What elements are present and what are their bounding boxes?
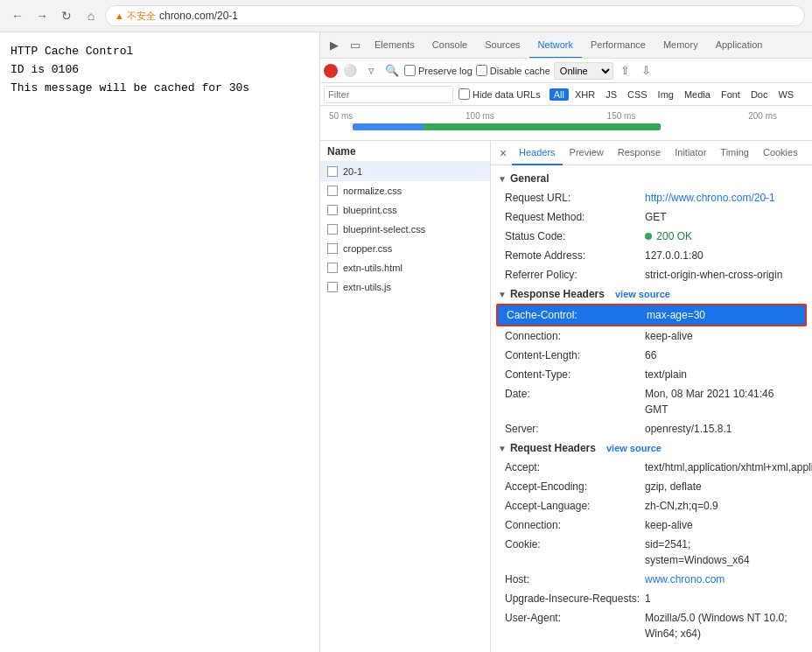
general-section-header[interactable]: ▼ General (491, 169, 812, 188)
server-row: Server: openresty/1.15.8.1 (491, 419, 812, 438)
status-dot-icon (645, 233, 652, 240)
req-connection-value: keep-alive (645, 517, 693, 533)
user-agent-value: Mozilla/5.0 (Windows NT 10.0; Win64; x64… (645, 610, 798, 641)
tab-cookies[interactable]: Cookies (756, 141, 805, 165)
response-view-source-link[interactable]: view source (615, 289, 670, 299)
tab-preview[interactable]: Preview (563, 141, 611, 165)
preserve-log-checkbox[interactable] (404, 65, 416, 76)
filter-bar: Hide data URLs All XHR JS CSS Img Media … (320, 83, 812, 106)
file-item-extn-js[interactable]: extn-utils.js (320, 277, 490, 297)
record-button[interactable] (324, 64, 338, 78)
tab-memory[interactable]: Memory (654, 32, 707, 59)
file-checkbox (327, 224, 338, 235)
accept-language-row: Accept-Language: zh-CN,zh;q=0.9 (491, 496, 812, 515)
page-line3: This message will be cached for 30s (10, 80, 309, 98)
filter-input[interactable] (324, 86, 453, 103)
tab-application[interactable]: Application (707, 32, 772, 59)
home-button[interactable]: ⌂ (80, 5, 102, 26)
general-arrow-icon: ▼ (498, 174, 507, 184)
content-type-row: Content-Type: text/plain (491, 365, 812, 384)
filter-ws[interactable]: WS (774, 88, 798, 101)
filter-img[interactable]: Img (654, 88, 678, 101)
network-toolbar: ⚪ ▿ 🔍 Preserve log Disable cache Online … (320, 59, 812, 83)
tab-console[interactable]: Console (424, 32, 476, 59)
disable-cache-checkbox[interactable] (476, 65, 487, 76)
accept-language-value: zh-CN,zh;q=0.9 (645, 498, 718, 514)
file-name: normalize.css (343, 186, 402, 196)
back-button[interactable]: ← (7, 5, 28, 26)
timeline-label-100: 100 ms (466, 111, 494, 121)
filter-media[interactable]: Media (680, 88, 715, 101)
content-length-value: 66 (645, 347, 656, 363)
headers-panel: × Headers Preview Response Initiator Tim… (491, 141, 812, 652)
filter-font[interactable]: Font (717, 88, 745, 101)
tab-initiator[interactable]: Initiator (668, 141, 713, 165)
clear-button[interactable]: ⚪ (341, 62, 359, 80)
page-line1: HTTP Cache Control (10, 43, 309, 61)
remote-address-label: Remote Address: (505, 248, 645, 263)
tab-sources[interactable]: Sources (476, 32, 528, 59)
inspect-icon[interactable]: ▶ (324, 35, 345, 56)
preserve-log-label[interactable]: Preserve log (404, 65, 472, 76)
close-headers-button[interactable]: × (494, 144, 512, 162)
search-button[interactable]: 🔍 (383, 62, 401, 80)
upgrade-value: 1 (645, 591, 651, 606)
file-item-extn-html[interactable]: extn-utils.html (320, 258, 490, 277)
timeline-label-50: 50 ms (329, 111, 353, 121)
file-item-20-1[interactable]: 20-1 (320, 162, 490, 181)
reload-button[interactable]: ↻ (56, 5, 77, 26)
file-item-normalize[interactable]: normalize.css (320, 181, 490, 200)
devtools-tabs: ▶ ▭ Elements Console Sources Network Per… (320, 32, 812, 59)
status-code-row: Status Code: 200 OK (491, 227, 812, 246)
status-code-value: 200 OK (645, 228, 692, 244)
content-length-label: Content-Length: (505, 347, 645, 363)
security-warning: ▲ 不安全 (115, 10, 156, 23)
file-checkbox (327, 243, 338, 254)
file-item-blueprint-select[interactable]: blueprint-select.css (320, 220, 490, 239)
tab-response[interactable]: Response (611, 141, 668, 165)
request-headers-section-header[interactable]: ▼ Request Headers view source (491, 438, 812, 458)
disable-cache-label[interactable]: Disable cache (476, 65, 550, 76)
hide-data-urls-checkbox[interactable] (458, 88, 470, 100)
accept-encoding-row: Accept-Encoding: gzip, deflate (491, 477, 812, 496)
filter-all[interactable]: All (550, 88, 569, 101)
tab-timing[interactable]: Timing (713, 141, 756, 165)
req-connection-label: Connection: (505, 517, 645, 533)
timeline-label-200: 200 ms (748, 111, 777, 121)
tab-performance[interactable]: Performance (582, 32, 654, 59)
throttle-select[interactable]: Online Fast 3G Slow 3G Offline (554, 62, 613, 80)
response-headers-section-header[interactable]: ▼ Response Headers view source (491, 284, 812, 304)
tab-headers[interactable]: Headers (512, 141, 563, 165)
general-section-title: General (510, 172, 550, 185)
filter-js[interactable]: JS (601, 88, 621, 101)
upgrade-label: Upgrade-Insecure-Requests: (505, 591, 645, 606)
cookie-label: Cookie: (505, 536, 645, 568)
accept-value: text/html,application/xhtml+xml,applicat… (645, 459, 812, 475)
file-item-cropper[interactable]: cropper.css (320, 239, 490, 258)
nav-bar: ← → ↻ ⌂ ▲ 不安全 chrono.com/20-1 (0, 0, 812, 32)
forward-button[interactable]: → (32, 5, 52, 26)
file-item-blueprint[interactable]: blueprint.css (320, 200, 490, 220)
user-agent-row: User-Agent: Mozilla/5.0 (Windows NT 10.0… (491, 608, 812, 643)
address-bar[interactable]: ▲ 不安全 chrono.com/20-1 (105, 5, 805, 26)
upload-icon[interactable]: ⇧ (617, 62, 634, 80)
tab-elements[interactable]: Elements (366, 32, 424, 59)
devtools-main: Name 20-1 normalize.css blueprint.css bl… (320, 141, 812, 652)
filter-xhr[interactable]: XHR (570, 88, 599, 101)
cache-control-row: Cache-Control: max-age=30 (496, 304, 807, 326)
request-headers-arrow-icon: ▼ (498, 444, 507, 453)
device-icon[interactable]: ▭ (345, 35, 366, 56)
filter-doc[interactable]: Doc (746, 88, 773, 101)
timeline-bar-green (424, 123, 661, 130)
timeline: 50 ms 100 ms 150 ms 200 ms (320, 106, 812, 141)
devtools-panel: ▶ ▭ Elements Console Sources Network Per… (319, 32, 812, 652)
tab-network[interactable]: Network (529, 32, 582, 59)
request-method-row: Request Method: GET (491, 207, 812, 227)
download-icon[interactable]: ⇩ (638, 62, 655, 80)
preserve-log-text: Preserve log (418, 66, 472, 76)
hide-data-urls-label[interactable]: Hide data URLs (458, 88, 541, 100)
filter-css[interactable]: CSS (623, 88, 652, 101)
request-view-source-link[interactable]: view source (606, 443, 662, 453)
disable-cache-text: Disable cache (490, 66, 550, 76)
filter-button[interactable]: ▿ (362, 62, 380, 80)
